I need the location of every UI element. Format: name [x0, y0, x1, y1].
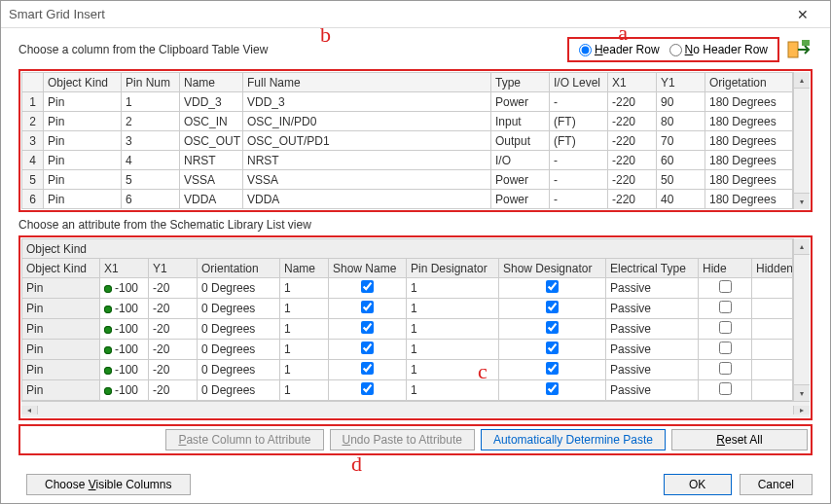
show-designator-checkbox[interactable]	[546, 280, 559, 293]
pin-icon	[104, 285, 112, 293]
table-row[interactable]: Pin-100-200 Degrees11Passive	[22, 319, 793, 340]
show-name-checkbox[interactable]	[361, 301, 374, 313]
col-full-name[interactable]: Full Name	[243, 73, 491, 92]
close-icon[interactable]: ✕	[783, 7, 822, 22]
col-name[interactable]: Name	[180, 73, 243, 92]
col-electrical-type[interactable]: Electrical Type	[606, 259, 699, 278]
hide-checkbox[interactable]	[719, 321, 732, 334]
hide-checkbox[interactable]	[719, 362, 732, 375]
table-row[interactable]: 4Pin4NRSTNRSTI/O--22060180 Degrees	[22, 151, 793, 170]
schematic-library-list-view: Object Kind Object Kind X1 Y1 Orientatio…	[18, 235, 813, 420]
show-name-checkbox[interactable]	[361, 362, 374, 375]
col-origetation[interactable]: Origetation	[705, 73, 793, 92]
cancel-button[interactable]: Cancel	[740, 474, 813, 495]
pin-icon	[104, 346, 112, 354]
show-name-checkbox[interactable]	[361, 342, 374, 354]
horizontal-scrollbar[interactable]: ◂ ▸	[21, 401, 810, 417]
hide-checkbox[interactable]	[719, 342, 732, 354]
titlebar: Smart Grid Insert ✕	[1, 1, 830, 28]
clipboard-table[interactable]: Object Kind Pin Num Name Full Name Type …	[21, 72, 793, 209]
auto-determine-paste-button[interactable]: Automatically Determine Paste	[481, 429, 666, 450]
instruction-mid: Choose an attribute from the Schematic L…	[18, 218, 813, 232]
col-orientation[interactable]: Orientation	[198, 259, 280, 278]
col-hidden[interactable]: Hidden	[752, 259, 793, 278]
scroll-down-icon[interactable]: ▾	[794, 384, 810, 401]
col-show-designator[interactable]: Show Designator	[499, 259, 606, 278]
attribute-table[interactable]: Object Kind Object Kind X1 Y1 Orientatio…	[21, 238, 793, 401]
table-row[interactable]: 6Pin6VDDAVDDAPower--22040180 Degrees	[22, 190, 793, 209]
col-object-kind[interactable]: Object Kind	[44, 73, 122, 92]
paste-column-button[interactable]: Paste Column to Attribute	[165, 429, 323, 450]
show-designator-checkbox[interactable]	[546, 321, 559, 334]
col-y1[interactable]: Y1	[149, 259, 198, 278]
table-row[interactable]: Pin-100-200 Degrees11Passive	[22, 360, 793, 380]
table-row[interactable]: Pin-100-200 Degrees11Passive	[22, 380, 793, 401]
hide-checkbox[interactable]	[719, 280, 732, 293]
col-hide[interactable]: Hide	[699, 259, 752, 278]
show-name-checkbox[interactable]	[361, 321, 374, 334]
show-designator-checkbox[interactable]	[546, 301, 559, 313]
scroll-up-icon[interactable]: ▴	[794, 238, 810, 255]
vertical-scrollbar[interactable]: ▴ ▾	[793, 72, 810, 209]
show-name-checkbox[interactable]	[361, 280, 374, 293]
scroll-left-icon[interactable]: ◂	[21, 406, 38, 414]
table-row[interactable]: Pin-100-200 Degrees11Passive	[22, 340, 793, 360]
clipboard-table-view: Object Kind Pin Num Name Full Name Type …	[18, 69, 813, 212]
col-pin-designator[interactable]: Pin Designator	[407, 259, 499, 278]
header-row-radio-group: Header Row No Header Row	[567, 37, 779, 62]
col-x1[interactable]: X1	[100, 259, 149, 278]
table-row[interactable]: Pin-100-200 Degrees11Passive	[22, 278, 793, 299]
pin-icon	[104, 367, 112, 375]
table-header-row: Object Kind X1 Y1 Orientation Name Show …	[22, 259, 793, 278]
no-header-row-radio-input[interactable]	[669, 44, 682, 56]
ok-button[interactable]: OK	[664, 474, 732, 495]
execute-icon[interactable]	[785, 36, 813, 63]
col-show-name[interactable]: Show Name	[329, 259, 407, 278]
col-pin-num[interactable]: Pin Num	[122, 73, 180, 92]
table-header-row: Object Kind Pin Num Name Full Name Type …	[22, 73, 793, 92]
col-io-level[interactable]: I/O Level	[550, 73, 608, 92]
choose-visible-columns-button[interactable]: Choose Visible Columns	[26, 474, 191, 495]
header-row-radio-input[interactable]	[579, 44, 592, 56]
table-row[interactable]: 3Pin3OSC_OUTOSC_OUT/PD1Output(FT)-220701…	[22, 131, 793, 151]
pin-icon	[104, 326, 112, 334]
show-designator-checkbox[interactable]	[546, 362, 559, 375]
reset-all-button[interactable]: Reset All	[671, 429, 808, 450]
table-row[interactable]: 2Pin2OSC_INOSC_IN/PD0Input(FT)-22080180 …	[22, 112, 793, 131]
action-button-row: Paste Column to Attribute Undo Paste to …	[18, 424, 813, 455]
hide-checkbox[interactable]	[719, 301, 732, 313]
hide-checkbox[interactable]	[719, 382, 732, 395]
window-title: Smart Grid Insert	[9, 7, 783, 21]
group-header-object-kind[interactable]: Object Kind	[22, 239, 793, 259]
show-name-checkbox[interactable]	[361, 382, 374, 395]
header-row-radio[interactable]: Header Row	[579, 43, 660, 56]
table-row[interactable]: 5Pin5VSSAVSSAPower--22050180 Degrees	[22, 170, 793, 190]
svg-rect-0	[788, 42, 798, 57]
svg-rect-1	[802, 40, 810, 46]
col-x1[interactable]: X1	[608, 73, 657, 92]
pin-icon	[104, 306, 112, 313]
no-header-row-radio[interactable]: No Header Row	[669, 43, 768, 56]
col-y1[interactable]: Y1	[657, 73, 705, 92]
show-designator-checkbox[interactable]	[546, 382, 559, 395]
col-name[interactable]: Name	[280, 259, 329, 278]
scroll-right-icon[interactable]: ▸	[793, 406, 810, 414]
vertical-scrollbar[interactable]: ▴ ▾	[793, 238, 810, 401]
show-designator-checkbox[interactable]	[546, 342, 559, 354]
table-row[interactable]: Pin-100-200 Degrees11Passive	[22, 299, 793, 319]
scroll-up-icon[interactable]: ▴	[794, 72, 810, 89]
col-object-kind[interactable]: Object Kind	[22, 259, 100, 278]
table-row[interactable]: 1Pin1VDD_3VDD_3Power--22090180 Degrees	[22, 92, 793, 112]
col-type[interactable]: Type	[491, 73, 550, 92]
instruction-top: Choose a column from the Clipboard Table…	[18, 43, 567, 56]
pin-icon	[104, 387, 112, 395]
scroll-down-icon[interactable]: ▾	[794, 193, 810, 209]
undo-paste-button[interactable]: Undo Paste to Attribute	[330, 429, 475, 450]
